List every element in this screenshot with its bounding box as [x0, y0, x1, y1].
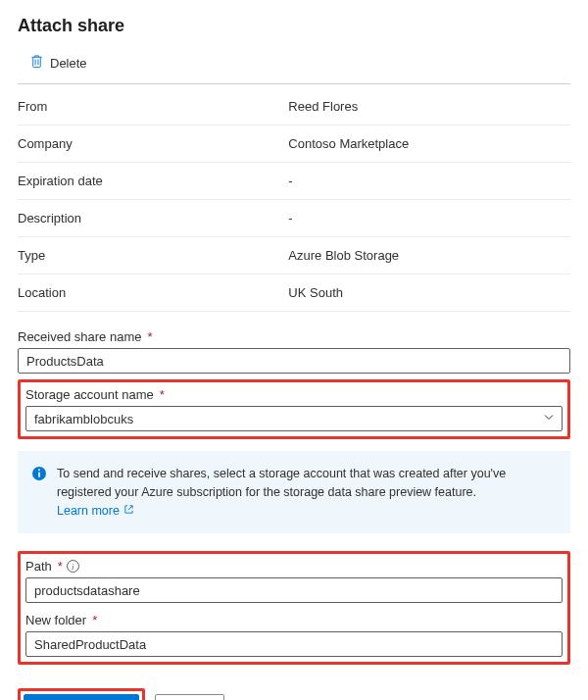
svg-rect-1 — [38, 473, 40, 478]
attach-button-highlight: Attach to target — [18, 688, 145, 700]
prop-label: Expiration date — [18, 174, 288, 188]
prop-value: - — [288, 174, 570, 188]
prop-value: - — [288, 211, 570, 225]
learn-more-link[interactable]: Learn more — [57, 502, 134, 521]
prop-label: Company — [18, 136, 288, 151]
new-folder-input[interactable] — [25, 631, 563, 657]
prop-label: Location — [18, 285, 288, 300]
delete-button[interactable]: Delete — [25, 52, 91, 74]
attach-share-panel: Attach share Delete From Reed Flores Com… — [0, 0, 588, 700]
path-input[interactable] — [25, 577, 563, 603]
info-icon[interactable]: i — [67, 560, 79, 573]
prop-value: Azure Blob Storage — [288, 248, 570, 263]
table-row: Type Azure Blob Storage — [18, 237, 570, 275]
table-row: Description - — [18, 200, 570, 237]
info-callout: To send and receive shares, select a sto… — [18, 451, 570, 533]
path-folder-highlight: Path* i New folder* — [18, 551, 570, 665]
prop-label: Type — [18, 248, 288, 263]
info-icon — [31, 465, 47, 520]
table-row: From Reed Flores — [18, 88, 570, 125]
info-text: To send and receive shares, select a sto… — [57, 465, 557, 520]
table-row: Expiration date - — [18, 163, 570, 200]
cancel-button[interactable]: Cancel — [155, 694, 223, 700]
external-link-icon — [123, 502, 134, 521]
prop-value: Reed Flores — [288, 99, 570, 114]
svg-point-2 — [38, 469, 40, 471]
storage-account-highlight: Storage account name* — [18, 379, 570, 439]
received-share-group: Received share name* — [18, 329, 570, 374]
storage-account-select[interactable] — [25, 406, 563, 431]
properties-table: From Reed Flores Company Contoso Marketp… — [18, 88, 570, 312]
actions-bar: Attach to target Cancel — [18, 688, 570, 700]
attach-to-target-button[interactable]: Attach to target — [24, 694, 139, 700]
received-share-input[interactable] — [18, 348, 570, 374]
trash-icon — [29, 54, 44, 72]
new-folder-label: New folder* — [25, 613, 563, 627]
toolbar: Delete — [18, 46, 570, 84]
received-share-label: Received share name* — [18, 329, 570, 344]
table-row: Location UK South — [18, 275, 570, 312]
prop-value: Contoso Marketplace — [288, 136, 570, 151]
prop-label: Description — [18, 211, 288, 225]
prop-label: From — [18, 99, 288, 114]
page-title: Attach share — [18, 16, 570, 36]
path-label: Path* i — [25, 559, 563, 574]
delete-label: Delete — [50, 56, 87, 71]
storage-account-label: Storage account name* — [25, 387, 563, 402]
table-row: Company Contoso Marketplace — [18, 125, 570, 163]
prop-value: UK South — [288, 285, 570, 300]
